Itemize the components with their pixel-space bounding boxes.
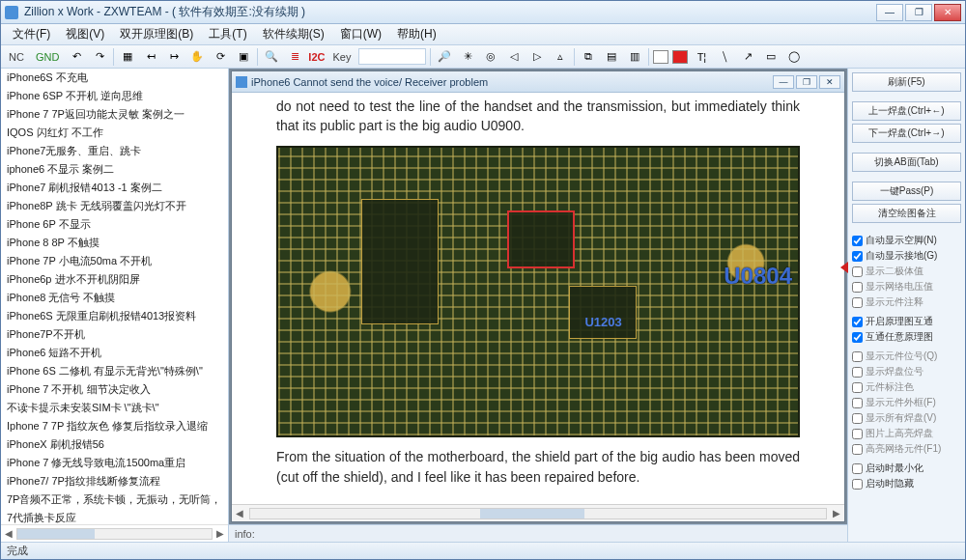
refresh-button[interactable]: 刷新(F5) xyxy=(852,72,961,92)
scroll-thumb[interactable] xyxy=(480,509,583,518)
tool-chip-icon[interactable]: ▤ xyxy=(602,47,621,67)
pcb-image[interactable]: U0804 U1203 xyxy=(276,146,800,438)
option-checkbox[interactable]: 启动时隐藏 xyxy=(852,476,961,491)
clear-draw-button[interactable]: 清空绘图备注 xyxy=(852,204,961,223)
menu-help[interactable]: 帮助(H) xyxy=(389,24,444,44)
option-checkbox[interactable]: 自动显示接地(G) xyxy=(852,248,961,264)
checkbox-input[interactable] xyxy=(852,266,863,277)
option-checkbox[interactable]: 显示元件注释 xyxy=(852,294,961,310)
minimize-button[interactable]: — xyxy=(876,4,903,21)
list-item[interactable]: iPhone6 短路不开机 xyxy=(1,344,228,362)
tool-align-left-icon[interactable]: ↤ xyxy=(141,47,160,67)
tool-thunder-icon[interactable]: ✳ xyxy=(458,47,477,67)
list-item[interactable]: iPhone6S 不充电 xyxy=(1,69,228,87)
option-checkbox[interactable]: 显示二极体值 xyxy=(852,264,961,279)
list-item[interactable]: iPhone8 无信号 不触摸 xyxy=(1,289,228,307)
list-item[interactable]: IQOS 闪红灯 不工作 xyxy=(1,124,228,142)
key-input[interactable] xyxy=(358,48,426,65)
tool-copy-icon[interactable]: ⧉ xyxy=(579,47,598,67)
next-pad-button[interactable]: 下一焊盘(Ctrl+→) xyxy=(852,124,961,143)
tool-forward-icon[interactable]: ▷ xyxy=(527,47,547,67)
checkbox-input[interactable] xyxy=(852,429,863,439)
menu-tools[interactable]: 工具(T) xyxy=(201,24,254,44)
doc-minimize-button[interactable]: — xyxy=(773,75,794,89)
checkbox-input[interactable] xyxy=(852,317,863,327)
list-item[interactable]: iPhone 7 7P返回功能太灵敏 案例之一 xyxy=(1,105,228,124)
tool-up-icon[interactable]: ▵ xyxy=(551,47,570,67)
tool-target-icon[interactable]: ◎ xyxy=(481,47,500,67)
option-checkbox[interactable]: 显示元件位号(Q) xyxy=(852,349,961,364)
color-white-swatch[interactable] xyxy=(653,50,668,64)
tool-text-icon[interactable]: T¦ xyxy=(692,47,711,67)
option-checkbox[interactable]: 图片上高亮焊盘 xyxy=(852,426,961,441)
checkbox-input[interactable] xyxy=(852,444,863,455)
list-item[interactable]: iPhone 6S 二修机 有显示无背光\"特殊例\" xyxy=(1,362,228,380)
checkbox-input[interactable] xyxy=(852,398,863,408)
tool-zoom-icon[interactable]: 🔍 xyxy=(262,47,281,67)
option-checkbox[interactable]: 显示元件外框(F) xyxy=(852,395,961,410)
option-checkbox[interactable]: 自动显示空脚(N) xyxy=(852,233,961,248)
option-checkbox[interactable]: 高亮网络元件(F1) xyxy=(852,441,961,457)
tool-rect-icon[interactable]: ▭ xyxy=(761,47,781,67)
tool-arrow-icon[interactable]: ↗ xyxy=(738,47,757,67)
list-item[interactable]: iPhone 8 8P 不触摸 xyxy=(1,234,228,252)
document-titlebar[interactable]: iPhone6 Cannot send the voice/ Receiver … xyxy=(232,71,844,93)
doc-close-button[interactable]: ✕ xyxy=(819,75,840,89)
list-item[interactable]: iPhone6S 无限重启刷机报错4013报资料 xyxy=(1,307,228,325)
list-item[interactable]: 7P音频不正常，系统卡顿，无振动，无听筒， xyxy=(1,490,228,509)
one-pass-button[interactable]: 一键Pass(P) xyxy=(852,182,961,201)
scroll-track[interactable] xyxy=(249,508,827,519)
tool-line-icon[interactable]: ⧹ xyxy=(715,47,734,67)
checkbox-input[interactable] xyxy=(852,282,863,293)
scroll-thumb[interactable] xyxy=(17,529,95,539)
tool-grid-icon[interactable]: ▦ xyxy=(118,47,137,67)
checkbox-input[interactable] xyxy=(852,351,863,362)
list-item[interactable]: iPhone 6P 不显示 xyxy=(1,215,228,234)
list-item[interactable]: iPhone7/ 7P指纹排线断修复流程 xyxy=(1,472,228,490)
scroll-left-icon[interactable]: ◀ xyxy=(232,508,247,518)
option-checkbox[interactable]: 开启原理图互通 xyxy=(852,314,961,329)
tool-search-icon[interactable]: 🔎 xyxy=(435,47,454,67)
option-checkbox[interactable]: 元件标注色 xyxy=(852,379,961,395)
color-red-swatch[interactable] xyxy=(672,50,688,64)
tool-back-icon[interactable]: ◁ xyxy=(504,47,524,67)
list-item[interactable]: iPhone6p 进水不开机阴阳屏 xyxy=(1,270,228,289)
document-hscroll[interactable]: ◀ ▶ xyxy=(232,504,844,521)
menu-renew[interactable]: 软件续期(S) xyxy=(255,24,332,44)
list-item[interactable]: iphone6 不显示 案例二 xyxy=(1,160,228,179)
option-checkbox[interactable]: 启动时最小化 xyxy=(852,461,961,476)
scroll-right-icon[interactable]: ▶ xyxy=(213,528,228,539)
list-item[interactable]: iPhone 7 修无线导致电流1500ma重启 xyxy=(1,454,228,472)
collapse-arrow-icon[interactable] xyxy=(840,262,848,273)
i2c-label[interactable]: I2C xyxy=(308,51,325,63)
tool-circle-icon[interactable]: ◯ xyxy=(784,47,804,67)
list-item[interactable]: iPhone8P 跳卡 无线弱覆盖闪光灯不开 xyxy=(1,197,228,215)
tool-undo-icon[interactable]: ↶ xyxy=(67,47,86,67)
tool-redo-icon[interactable]: ↷ xyxy=(90,47,109,67)
option-checkbox[interactable]: 显示网络电压值 xyxy=(852,279,961,294)
scroll-left-icon[interactable]: ◀ xyxy=(1,528,16,539)
menu-window[interactable]: 窗口(W) xyxy=(332,24,389,44)
checkbox-input[interactable] xyxy=(852,297,863,308)
tool-center-icon[interactable]: ▣ xyxy=(234,47,253,67)
menu-view[interactable]: 视图(V) xyxy=(58,24,112,44)
list-item[interactable]: 7代插换卡反应 xyxy=(1,509,228,524)
list-item[interactable]: Iphone 7 7P 指纹灰色 修复后指纹录入退缩 xyxy=(1,417,228,435)
scroll-right-icon[interactable]: ▶ xyxy=(829,508,844,518)
tool-layer-icon[interactable]: ▥ xyxy=(625,47,644,67)
checkbox-input[interactable] xyxy=(852,479,863,490)
checkbox-input[interactable] xyxy=(852,251,863,262)
menu-dual-schematic[interactable]: 双开原理图(B) xyxy=(112,24,201,44)
list-item[interactable]: iPhone7无服务、重启、跳卡 xyxy=(1,142,228,160)
checkbox-input[interactable] xyxy=(852,236,863,246)
list-item[interactable]: iPhoneX 刷机报错56 xyxy=(1,435,228,454)
checkbox-input[interactable] xyxy=(852,413,863,424)
scroll-track[interactable] xyxy=(16,528,213,540)
checkbox-input[interactable] xyxy=(852,382,863,393)
list-item[interactable]: iPhone7P不开机 xyxy=(1,325,228,344)
option-checkbox[interactable]: 显示所有焊盘(V) xyxy=(852,410,961,426)
maximize-button[interactable]: ❐ xyxy=(905,4,932,21)
option-checkbox[interactable]: 显示焊盘位号 xyxy=(852,364,961,379)
checkbox-input[interactable] xyxy=(852,332,863,343)
menu-file[interactable]: 文件(F) xyxy=(5,24,58,44)
